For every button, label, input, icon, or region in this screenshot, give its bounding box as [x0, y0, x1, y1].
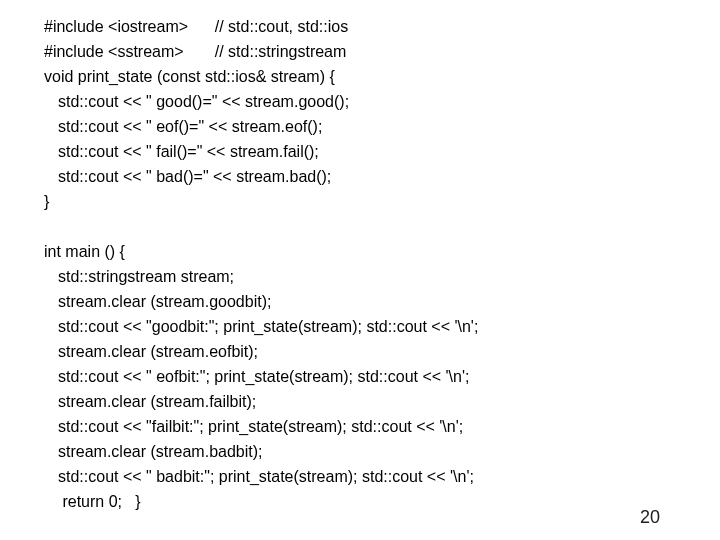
code-line: std::cout << " badbit:"; print_state(str… [44, 464, 720, 489]
code-line: std::cout << " bad()=" << stream.bad(); [44, 164, 720, 189]
blank-line [44, 214, 720, 239]
page-number: 20 [640, 507, 660, 528]
code-line: stream.clear (stream.eofbit); [44, 339, 720, 364]
code-line: #include <iostream> // std::cout, std::i… [44, 14, 720, 39]
code-line: std::cout << "goodbit:"; print_state(str… [44, 314, 720, 339]
code-line: stream.clear (stream.goodbit); [44, 289, 720, 314]
code-line: std::cout << " eofbit:"; print_state(str… [44, 364, 720, 389]
code-line: #include <sstream> // std::stringstream [44, 39, 720, 64]
code-block: #include <iostream> // std::cout, std::i… [0, 0, 720, 514]
code-line: std::cout << " eof()=" << stream.eof(); [44, 114, 720, 139]
code-line: std::cout << " good()=" << stream.good()… [44, 89, 720, 114]
code-line: std::cout << " fail()=" << stream.fail()… [44, 139, 720, 164]
code-line: std::cout << "failbit:"; print_state(str… [44, 414, 720, 439]
code-line: stream.clear (stream.badbit); [44, 439, 720, 464]
code-line: void print_state (const std::ios& stream… [44, 64, 720, 89]
code-line: return 0; } [44, 489, 720, 514]
code-line: int main () { [44, 239, 720, 264]
code-line: } [44, 189, 720, 214]
code-line: stream.clear (stream.failbit); [44, 389, 720, 414]
code-line: std::stringstream stream; [44, 264, 720, 289]
